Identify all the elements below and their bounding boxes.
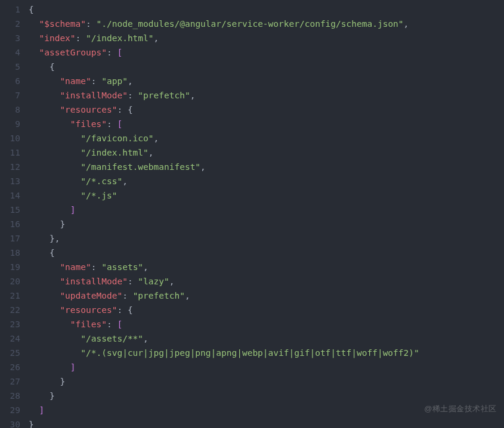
token-punct — [29, 48, 39, 57]
token-brace: { — [50, 62, 55, 72]
token-brace: { — [29, 5, 34, 14]
token-bracket: ] — [70, 205, 76, 215]
token-punct: : — [128, 91, 138, 100]
token-bracket: [ — [117, 320, 122, 329]
code-line: } — [29, 374, 504, 389]
token-key: "installMode" — [60, 277, 128, 286]
token-key: "files" — [70, 320, 107, 329]
token-punct: : — [117, 305, 127, 315]
token-punct: : — [91, 262, 101, 272]
token-punct: , — [55, 234, 60, 243]
token-punct — [29, 348, 81, 358]
token-key: "assetGroups" — [39, 48, 107, 57]
code-line: "name": "assets", — [29, 260, 504, 274]
line-number: 23 — [0, 317, 20, 331]
code-line: "/*.css", — [29, 174, 504, 188]
line-number: 13 — [0, 174, 20, 188]
line-number: 20 — [0, 274, 20, 289]
token-key: "name" — [60, 76, 91, 86]
line-number: 24 — [0, 331, 20, 346]
code-line: "files": [ — [29, 117, 504, 131]
line-number: 4 — [0, 45, 20, 60]
token-punct: : — [107, 320, 117, 329]
token-punct — [29, 105, 60, 114]
token-punct: , — [143, 334, 149, 343]
token-key: "index" — [39, 33, 75, 43]
line-number: 12 — [0, 160, 20, 174]
code-line: } — [29, 217, 504, 231]
token-punct: : — [128, 277, 138, 286]
line-number: 14 — [0, 188, 20, 203]
token-bracket: ] — [70, 362, 76, 372]
token-bracket: [ — [117, 119, 122, 129]
code-line: "files": [ — [29, 317, 504, 331]
token-punct: , — [149, 148, 154, 157]
token-punct: , — [154, 33, 159, 43]
line-number: 15 — [0, 203, 20, 217]
code-line: "/*.js" — [29, 188, 504, 203]
token-punct — [29, 405, 39, 415]
code-line: "updateMode": "prefetch", — [29, 289, 504, 303]
token-brace: } — [50, 391, 55, 401]
token-str: "/index.html" — [81, 148, 149, 157]
token-punct: , — [143, 262, 149, 272]
line-number: 19 — [0, 260, 20, 274]
token-punct — [29, 248, 50, 258]
token-punct — [29, 176, 81, 186]
token-punct — [29, 291, 60, 300]
line-number: 18 — [0, 246, 20, 260]
token-key: "name" — [60, 262, 91, 272]
token-punct — [29, 277, 60, 286]
code-line: ] — [29, 203, 504, 217]
token-punct: : — [107, 119, 117, 129]
line-number: 1 — [0, 2, 20, 17]
token-str: "assets" — [101, 262, 143, 272]
line-number: 6 — [0, 74, 20, 88]
code-line: "$schema": "./node_modules/@angular/serv… — [29, 17, 504, 31]
token-punct: , — [122, 176, 128, 186]
line-number: 17 — [0, 231, 20, 246]
token-str: "./node_modules/@angular/service-worker/… — [97, 19, 404, 29]
token-punct — [29, 191, 81, 200]
token-punct — [29, 362, 70, 372]
token-bracket: ] — [39, 405, 44, 415]
token-punct — [29, 205, 70, 215]
line-number: 5 — [0, 60, 20, 74]
code-line: "/favicon.ico", — [29, 131, 504, 145]
code-line: { — [29, 246, 504, 260]
token-punct: , — [169, 277, 175, 286]
token-punct — [29, 76, 60, 86]
code-line: "installMode": "prefetch", — [29, 88, 504, 103]
token-brace: } — [29, 420, 34, 428]
token-punct: , — [200, 162, 206, 172]
token-punct — [29, 377, 60, 386]
token-punct: : — [91, 76, 101, 86]
token-str: "/*.js" — [81, 191, 117, 200]
token-str: "/index.html" — [86, 33, 154, 43]
token-punct — [29, 334, 81, 343]
code-line: ] — [29, 360, 504, 374]
code-line: { — [29, 2, 504, 17]
code-line: "/index.html", — [29, 145, 504, 160]
token-brace: } — [50, 234, 55, 243]
token-brace: { — [128, 105, 133, 114]
token-key: "resources" — [60, 105, 117, 114]
line-number: 27 — [0, 374, 20, 389]
code-line: } — [29, 417, 504, 428]
token-brace: { — [128, 305, 133, 315]
token-punct: : — [76, 33, 86, 43]
token-punct — [29, 33, 39, 43]
token-punct — [29, 262, 60, 272]
token-key: "resources" — [60, 305, 117, 315]
watermark-text: @稀土掘金技术社区 — [424, 402, 497, 416]
token-str: "app" — [101, 76, 128, 86]
code-content[interactable]: { "$schema": "./node_modules/@angular/se… — [29, 0, 504, 428]
code-line: } — [29, 389, 504, 403]
token-punct: : — [107, 48, 117, 57]
code-line: "index": "/index.html", — [29, 31, 504, 45]
code-line: "/manifest.webmanifest", — [29, 160, 504, 174]
token-str: "lazy" — [138, 277, 169, 286]
token-key: "$schema" — [39, 19, 86, 29]
code-line: }, — [29, 231, 504, 246]
token-punct — [29, 320, 70, 329]
